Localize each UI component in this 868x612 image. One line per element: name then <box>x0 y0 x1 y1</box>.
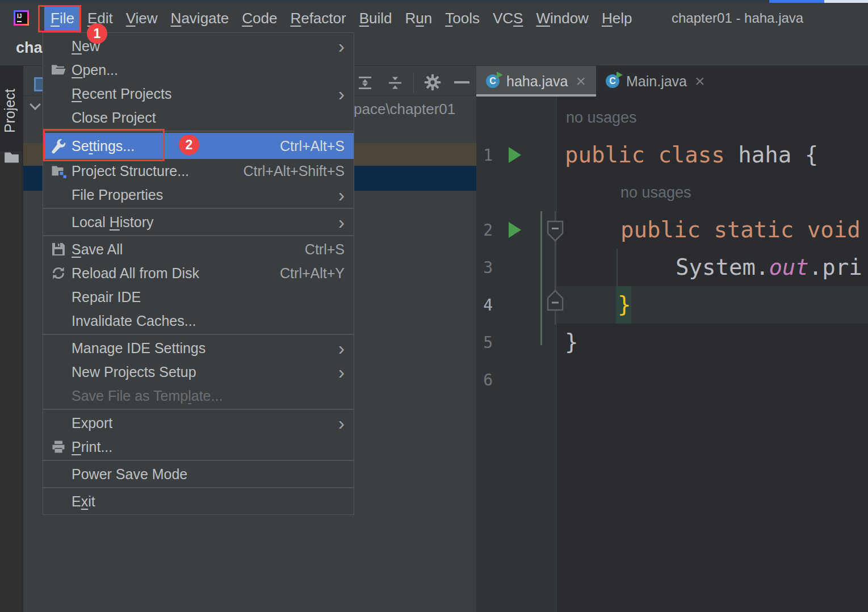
empty-icon <box>51 38 66 54</box>
menu-item-save-all[interactable]: Save AllCtrl+S <box>43 237 354 261</box>
line-number-2[interactable]: 2 <box>466 211 493 249</box>
usages-inlay-hint[interactable]: no usages <box>566 99 637 136</box>
reload-icon <box>51 265 66 281</box>
menu-item-open[interactable]: Open... <box>43 58 354 82</box>
expand-all-icon[interactable] <box>357 73 373 95</box>
menu-item-label: Export <box>72 415 112 431</box>
line-number-4[interactable]: 4 <box>466 286 493 324</box>
save-icon <box>51 241 66 257</box>
fold-end-marker-icon[interactable] <box>546 288 564 313</box>
menu-item-invalidate-caches[interactable]: Invalidate Caches... <box>43 309 354 333</box>
menu-item-shortcut: Ctrl+S <box>305 241 345 258</box>
menu-item-project-structure[interactable]: Project Structure...Ctrl+Alt+Shift+S <box>43 159 354 183</box>
menu-item-label: Repair IDE <box>72 289 141 305</box>
indent-guide <box>617 249 618 286</box>
run-gutter-icon[interactable] <box>509 147 521 163</box>
menu-item-save-file-as-template[interactable]: Save File as Template... <box>43 384 354 408</box>
menu-item-label: Exit <box>72 493 95 510</box>
code-token: . <box>809 254 822 280</box>
line-number-6[interactable]: 6 <box>466 361 493 399</box>
menu-item-label: Build <box>359 10 392 27</box>
submenu-arrow-icon: › <box>338 342 345 354</box>
menu-item-label: Save All <box>72 241 123 258</box>
code-token: out <box>769 254 808 280</box>
code-token: static <box>714 217 807 242</box>
tab-haha[interactable]: Chaha.java× <box>476 66 596 97</box>
code-token: class <box>658 142 738 167</box>
empty-icon <box>51 340 66 356</box>
menubar-item-code[interactable]: Code <box>236 6 283 31</box>
menubar-item-build[interactable]: Build <box>353 6 399 31</box>
submenu-arrow-icon: › <box>338 88 345 99</box>
menubar-item-run[interactable]: Run <box>399 6 439 31</box>
menu-item-label: View <box>126 10 158 27</box>
menu-item-reload-all-from-disk[interactable]: Reload All from DiskCtrl+Alt+Y <box>43 261 354 285</box>
menu-item-local-history[interactable]: Local History› <box>43 210 354 234</box>
empty-icon <box>51 466 66 482</box>
menu-item-print[interactable]: Print... <box>43 435 354 459</box>
code-token: void <box>807 217 861 242</box>
close-tab-icon[interactable]: × <box>576 73 586 90</box>
menu-item-new-projects-setup[interactable]: New Projects Setup› <box>43 360 354 384</box>
code-line-1[interactable]: public class haha { <box>565 136 818 174</box>
code-token: { <box>805 142 818 167</box>
menu-item-file-properties[interactable]: File Properties› <box>43 183 354 207</box>
menu-item-label: File Properties <box>72 187 163 203</box>
menu-item-label: Refactor <box>290 10 346 27</box>
code-line-5[interactable]: } <box>565 324 578 361</box>
active-tab-underline <box>476 94 596 97</box>
code-line-3[interactable]: System.out.pri <box>676 249 862 286</box>
menu-item-close-project[interactable]: Close Project <box>43 106 354 129</box>
line-number-5[interactable]: 5 <box>466 324 493 361</box>
annotation-box-settings <box>43 129 165 161</box>
empty-icon <box>51 214 66 230</box>
settings-gear-icon[interactable] <box>423 72 442 95</box>
tab-main[interactable]: CMain.java× <box>596 66 710 97</box>
menubar-item-window[interactable]: Window <box>530 6 594 31</box>
project-tool-window-button[interactable]: Project <box>0 66 23 151</box>
menubar-item-view[interactable]: View <box>120 6 164 31</box>
menu-item-label: Window <box>536 10 588 27</box>
menu-item-label: Recent Projects <box>72 86 171 102</box>
line-number-3[interactable]: 3 <box>466 249 493 286</box>
menu-item-export[interactable]: Export› <box>43 411 354 435</box>
code-line-4[interactable]: } <box>618 286 631 324</box>
empty-icon <box>51 289 66 305</box>
menubar-item-vcs[interactable]: VCS <box>487 6 529 31</box>
annotation-box-file <box>38 5 81 32</box>
menubar-item-help[interactable]: Help <box>596 6 638 31</box>
code-token: public <box>565 142 658 167</box>
submenu-arrow-icon: › <box>338 216 345 228</box>
menu-item-repair-ide[interactable]: Repair IDE <box>43 285 354 309</box>
fold-start-marker-icon[interactable] <box>546 220 564 245</box>
menu-item-recent-projects[interactable]: Recent Projects› <box>43 82 354 106</box>
close-tab-icon[interactable]: × <box>695 73 705 90</box>
hide-panel-icon[interactable] <box>454 81 469 83</box>
menu-item-power-save-mode[interactable]: Power Save Mode <box>43 462 354 486</box>
menu-item-label: Project Structure... <box>72 163 189 179</box>
java-class-icon: C <box>486 74 501 89</box>
menu-item-exit[interactable]: Exit <box>43 489 354 513</box>
usages-inlay-hint[interactable]: no usages <box>620 174 691 211</box>
line-number-1[interactable]: 1 <box>466 136 493 174</box>
code-line-2[interactable]: public static void <box>620 211 861 249</box>
tab-label: haha.java <box>506 73 568 90</box>
code-token: } <box>565 329 578 355</box>
menubar-item-navigate[interactable]: Navigate <box>165 6 236 31</box>
empty-icon <box>51 364 66 380</box>
collapse-all-icon[interactable] <box>387 73 403 95</box>
empty-icon <box>51 313 66 329</box>
current-line-highlight <box>557 286 868 324</box>
menubar-item-refactor[interactable]: Refactor <box>284 6 352 31</box>
vcs-change-marker <box>540 211 542 345</box>
empty-icon <box>51 187 66 203</box>
run-gutter-icon[interactable] <box>509 222 521 238</box>
java-class-icon: C <box>606 74 620 89</box>
menubar-item-tools[interactable]: Tools <box>439 6 486 31</box>
menu-item-manage-ide-settings[interactable]: Manage IDE Settings› <box>43 336 354 360</box>
menu-item-label: Save File as Template... <box>72 388 223 404</box>
project-root-path[interactable]: pace\chapter01 <box>354 100 455 118</box>
submenu-arrow-icon: › <box>338 189 345 200</box>
menu-item-shortcut: Ctrl+Alt+S <box>280 138 345 154</box>
menu-item-label: Print... <box>72 439 112 455</box>
